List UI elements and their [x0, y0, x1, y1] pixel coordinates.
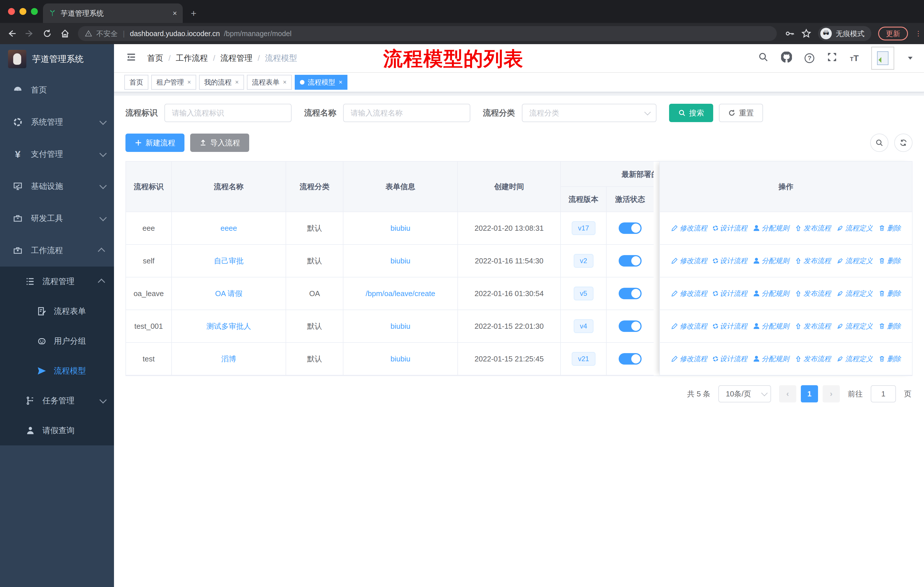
design-process-link[interactable]: 设计流程: [713, 354, 747, 364]
edit-process-link[interactable]: 修改流程: [671, 256, 707, 265]
delete-link[interactable]: 删除: [878, 256, 901, 265]
close-icon[interactable]: ×: [187, 79, 191, 86]
browser-menu-icon[interactable]: ⋮: [915, 32, 917, 35]
close-icon[interactable]: ×: [235, 79, 239, 86]
process-name-link[interactable]: OA 请假: [215, 289, 242, 299]
maximize-window-button[interactable]: [31, 8, 38, 15]
delete-link[interactable]: 删除: [878, 354, 901, 364]
process-name-link[interactable]: 自己审批: [214, 256, 244, 266]
reload-icon[interactable]: [42, 29, 52, 38]
bookmark-star-icon[interactable]: [802, 29, 811, 38]
design-process-link[interactable]: 设计流程: [713, 322, 747, 331]
process-name-link[interactable]: 滔博: [221, 354, 236, 364]
new-tab-button[interactable]: +: [191, 8, 196, 19]
sidebar-item-system[interactable]: 系统管理: [0, 106, 114, 138]
publish-process-link[interactable]: 发布流程: [795, 289, 831, 298]
process-definition-link[interactable]: 流程定义: [837, 223, 873, 233]
page-size-select[interactable]: 10条/页: [718, 385, 771, 402]
process-id-input[interactable]: [164, 104, 292, 122]
sidebar-item-user-group[interactable]: 用户分组: [0, 326, 114, 356]
browser-tab[interactable]: 芋道管理系统 ×: [43, 3, 183, 23]
tab-close-icon[interactable]: ×: [173, 9, 177, 18]
font-size-icon[interactable]: TT: [850, 53, 859, 63]
edit-process-link[interactable]: 修改流程: [671, 354, 707, 364]
goto-page-input[interactable]: [871, 385, 896, 402]
version-badge[interactable]: v5: [574, 287, 594, 300]
form-info-link[interactable]: biubiu: [390, 355, 410, 364]
sidebar-item-workflow[interactable]: 工作流程: [0, 235, 114, 266]
process-category-select[interactable]: 流程分类: [522, 104, 657, 122]
active-toggle[interactable]: [619, 222, 642, 234]
process-definition-link[interactable]: 流程定义: [837, 354, 873, 364]
back-icon[interactable]: [7, 29, 16, 38]
design-process-link[interactable]: 设计流程: [713, 223, 747, 233]
assign-rule-link[interactable]: 分配规则: [753, 289, 789, 298]
form-info-link[interactable]: biubiu: [390, 322, 410, 331]
form-info-link[interactable]: /bpm/oa/leave/create: [366, 289, 436, 298]
search-button[interactable]: 搜索: [669, 104, 713, 122]
version-badge[interactable]: v21: [572, 352, 596, 366]
collapse-sidebar-icon[interactable]: [125, 51, 137, 65]
avatar[interactable]: [871, 47, 894, 69]
edit-process-link[interactable]: 修改流程: [671, 322, 707, 331]
url-bar[interactable]: 不安全 | dashboard.yudao.iocoder.cn/bpm/man…: [78, 26, 777, 41]
current-page-button[interactable]: 1: [801, 385, 818, 402]
delete-link[interactable]: 删除: [878, 223, 901, 233]
reset-button[interactable]: 重置: [719, 104, 763, 122]
delete-link[interactable]: 删除: [878, 289, 901, 298]
close-icon[interactable]: ×: [339, 79, 343, 86]
github-icon[interactable]: [781, 51, 792, 65]
refresh-table-button[interactable]: [894, 134, 912, 152]
active-toggle[interactable]: [619, 288, 642, 299]
close-icon[interactable]: ×: [283, 79, 287, 86]
process-name-link[interactable]: eeee: [221, 224, 237, 233]
sidebar-item-process-mgmt[interactable]: 流程管理: [0, 266, 114, 296]
design-process-link[interactable]: 设计流程: [713, 256, 747, 265]
avatar-caret-icon[interactable]: [908, 57, 912, 60]
version-badge[interactable]: v17: [572, 221, 596, 235]
sidebar-item-home[interactable]: 首页: [0, 74, 114, 106]
tag-process-form[interactable]: 流程表单×: [247, 75, 292, 90]
publish-process-link[interactable]: 发布流程: [795, 354, 831, 364]
active-toggle[interactable]: [619, 321, 642, 332]
delete-link[interactable]: 删除: [878, 322, 901, 331]
process-definition-link[interactable]: 流程定义: [837, 322, 873, 331]
fullscreen-icon[interactable]: [827, 52, 837, 64]
tag-my-process[interactable]: 我的流程×: [199, 75, 244, 90]
edit-process-link[interactable]: 修改流程: [671, 289, 707, 298]
assign-rule-link[interactable]: 分配规则: [753, 223, 789, 233]
process-name-link[interactable]: 测试多审批人: [206, 321, 251, 331]
forward-icon[interactable]: [25, 29, 35, 38]
import-process-button[interactable]: 导入流程: [190, 134, 249, 152]
publish-process-link[interactable]: 发布流程: [795, 256, 831, 265]
close-window-button[interactable]: [8, 8, 15, 15]
window-controls[interactable]: [8, 8, 38, 15]
home-icon[interactable]: [60, 29, 70, 38]
key-icon[interactable]: [785, 29, 795, 38]
breadcrumb-item[interactable]: 工作流程: [176, 53, 208, 64]
assign-rule-link[interactable]: 分配规则: [753, 354, 789, 364]
update-button[interactable]: 更新: [878, 26, 908, 40]
active-toggle[interactable]: [619, 255, 642, 266]
breadcrumb-item[interactable]: 流程管理: [221, 53, 252, 64]
publish-process-link[interactable]: 发布流程: [795, 322, 831, 331]
assign-rule-link[interactable]: 分配规则: [753, 256, 789, 265]
help-icon[interactable]: ?: [805, 53, 814, 63]
edit-process-link[interactable]: 修改流程: [671, 223, 707, 233]
sidebar-item-task-mgmt[interactable]: 任务管理: [0, 386, 114, 416]
form-info-link[interactable]: biubiu: [390, 224, 410, 233]
assign-rule-link[interactable]: 分配规则: [753, 322, 789, 331]
sidebar-item-payment[interactable]: ¥ 支付管理: [0, 138, 114, 170]
tag-process-model[interactable]: 流程模型×: [295, 75, 348, 90]
version-badge[interactable]: v4: [574, 319, 594, 333]
minimize-window-button[interactable]: [20, 8, 26, 15]
sidebar-item-infra[interactable]: 基础设施: [0, 170, 114, 202]
search-icon[interactable]: [758, 52, 769, 64]
prev-page-button[interactable]: ‹: [779, 385, 796, 402]
tag-home[interactable]: 首页: [124, 75, 148, 90]
sidebar-item-process-model[interactable]: 流程模型: [0, 356, 114, 386]
create-process-button[interactable]: 新建流程: [125, 134, 185, 152]
sidebar-item-leave-query[interactable]: 请假查询: [0, 416, 114, 445]
tag-tenant[interactable]: 租户管理×: [151, 75, 196, 90]
version-badge[interactable]: v2: [574, 254, 594, 268]
